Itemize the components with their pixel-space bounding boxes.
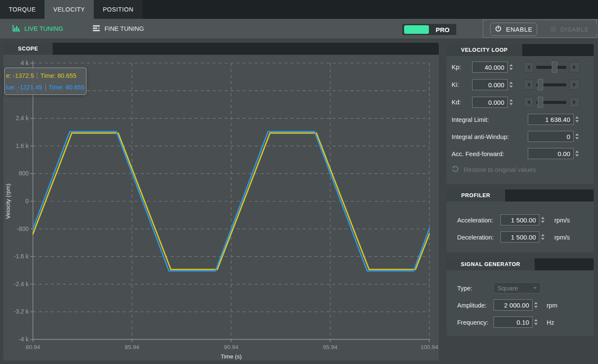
kd-spin-down-icon[interactable] <box>509 103 513 105</box>
svg-text:1.6 k: 1.6 k <box>16 142 29 149</box>
scope-tab[interactable]: SCOPE <box>3 43 53 55</box>
deceleration-field[interactable]: 1 500.00 <box>500 231 546 243</box>
tab-torque[interactable]: TORQUE <box>0 0 45 19</box>
ki-slider-left-button[interactable] <box>524 80 534 90</box>
tab-position[interactable]: POSITION <box>94 0 143 19</box>
frequency-unit: Hz <box>547 319 554 326</box>
ki-slider-track[interactable] <box>536 83 566 86</box>
kd-field[interactable]: 0.000 <box>472 97 514 108</box>
signal-generator-title: SIGNAL GENERATOR <box>446 258 535 270</box>
acceleration-spin-down-icon[interactable] <box>541 221 544 223</box>
anti-windup-spin-down-icon[interactable] <box>575 137 579 139</box>
ki-field[interactable]: 0.000 <box>472 79 514 90</box>
arrow-left-icon <box>527 100 530 104</box>
ki-slider-thumb[interactable] <box>538 79 543 90</box>
feed-forward-spin-up-icon[interactable] <box>575 151 579 153</box>
type-label: Type: <box>457 285 472 292</box>
integral-limit-spin-up-icon[interactable] <box>575 116 579 118</box>
anti-windup-spin-up-icon[interactable] <box>575 133 579 136</box>
amplitude-field[interactable]: 2 000.00 <box>494 299 539 311</box>
velocity-loop-header: VELOCITY LOOP <box>446 44 594 56</box>
kp-slider-track[interactable] <box>536 66 566 69</box>
enable-label: ENABLE <box>506 26 533 33</box>
anti-windup-label: Integral anti-Windup: <box>452 133 509 140</box>
signal-type-value: Square <box>497 284 518 292</box>
svg-text:-3.2 k: -3.2 k <box>14 308 29 315</box>
power-icon <box>495 25 502 33</box>
ki-slider-right-button[interactable] <box>569 80 580 90</box>
fine-tuning-label: FINE TUNING <box>104 25 144 32</box>
motor-control-group: ENABLE DISABLE <box>483 20 597 38</box>
amplitude-spin-down-icon[interactable] <box>534 306 538 308</box>
kp-spin-up-icon[interactable] <box>509 64 513 66</box>
pro-label: PRO <box>429 26 456 33</box>
main-tabbar: TORQUE VELOCITY POSITION <box>0 0 598 19</box>
arrow-left-icon <box>527 83 530 87</box>
deceleration-spin-up-icon[interactable] <box>541 234 544 236</box>
ki-spin-up-icon[interactable] <box>509 82 513 84</box>
ki-slider[interactable] <box>524 79 581 91</box>
velocity-loop-title: VELOCITY LOOP <box>446 44 522 56</box>
fine-tuning-tab[interactable]: FINE TUNING <box>92 19 144 38</box>
deceleration-spin-down-icon[interactable] <box>541 238 544 240</box>
kp-slider-thumb[interactable] <box>552 62 557 73</box>
acceleration-field[interactable]: 1 500.00 <box>500 214 546 225</box>
tooltip-actual-value: lue: -1221.49 <box>6 84 42 91</box>
integral-limit-field[interactable]: 1 638.40 <box>528 114 580 125</box>
stop-icon <box>550 27 556 32</box>
feed-forward-value: 0.00 <box>558 150 570 157</box>
anti-windup-field[interactable]: 0 <box>528 131 580 142</box>
kp-slider[interactable] <box>524 61 581 73</box>
frequency-value: 0.10 <box>517 319 529 326</box>
amplitude-label: Amplitude: <box>457 302 487 309</box>
feed-forward-spin-down-icon[interactable] <box>575 154 579 157</box>
frequency-spin-down-icon[interactable] <box>534 323 538 325</box>
kd-slider-left-button[interactable] <box>524 97 534 107</box>
restore-defaults-button[interactable]: Restore to original values <box>452 165 536 174</box>
toggle-knob[interactable] <box>404 25 429 34</box>
svg-text:2.4 k: 2.4 k <box>16 115 29 121</box>
integral-limit-label: Integral Limit: <box>452 116 489 123</box>
svg-text:-4 k: -4 k <box>19 336 29 343</box>
acceleration-unit: rpm/s <box>554 217 570 224</box>
pro-toggle[interactable]: PRO <box>402 24 456 35</box>
scope-panel-header: SCOPE <box>3 43 439 55</box>
live-tuning-tab[interactable]: LIVE TUNING <box>12 19 63 38</box>
arrow-right-icon <box>573 65 576 69</box>
signal-generator-panel: SIGNAL GENERATOR Type: Square Amplitude:… <box>446 258 594 336</box>
kd-slider[interactable] <box>524 96 581 108</box>
acceleration-spin-up-icon[interactable] <box>541 217 544 219</box>
kp-slider-right-button[interactable] <box>569 62 580 72</box>
svg-text:4 k: 4 k <box>21 59 29 66</box>
amplitude-spin-up-icon[interactable] <box>534 302 538 304</box>
deceleration-value: 1 500.00 <box>511 234 536 241</box>
ki-spin-down-icon[interactable] <box>509 86 513 88</box>
integral-limit-spin-down-icon[interactable] <box>575 120 579 122</box>
tab-velocity[interactable]: VELOCITY <box>45 0 94 20</box>
kd-slider-thumb[interactable] <box>538 97 543 108</box>
undo-icon <box>452 165 459 174</box>
frequency-field[interactable]: 0.10 <box>494 317 539 328</box>
kd-slider-right-button[interactable] <box>569 97 580 107</box>
frequency-spin-up-icon[interactable] <box>534 319 538 321</box>
svg-text:-2.4 k: -2.4 k <box>14 281 29 287</box>
kp-slider-left-button[interactable] <box>524 62 534 72</box>
svg-text:-800: -800 <box>17 225 29 232</box>
signal-type-dropdown[interactable]: Square <box>494 282 541 293</box>
profiler-header: PROFILER <box>446 189 594 201</box>
feed-forward-field[interactable]: 0.00 <box>528 148 580 159</box>
arrow-right-icon <box>573 83 576 87</box>
profiler-panel: PROFILER Acceleration: 1 500.00 rpm/s De… <box>446 189 594 252</box>
kd-slider-track[interactable] <box>536 101 566 104</box>
ki-label: Ki: <box>452 81 459 88</box>
enable-button[interactable]: ENABLE <box>490 23 537 36</box>
bar-chart-icon <box>12 24 21 33</box>
svg-text:100.94: 100.94 <box>420 344 438 350</box>
integral-limit-value: 1 638.40 <box>545 116 570 123</box>
disable-button[interactable]: DISABLE <box>543 23 597 36</box>
kp-spin-down-icon[interactable] <box>509 68 513 70</box>
ki-value: 0.000 <box>488 81 504 89</box>
kd-spin-up-icon[interactable] <box>509 99 513 101</box>
kp-field[interactable]: 40.000 <box>472 62 514 73</box>
svg-text:0: 0 <box>25 198 29 204</box>
